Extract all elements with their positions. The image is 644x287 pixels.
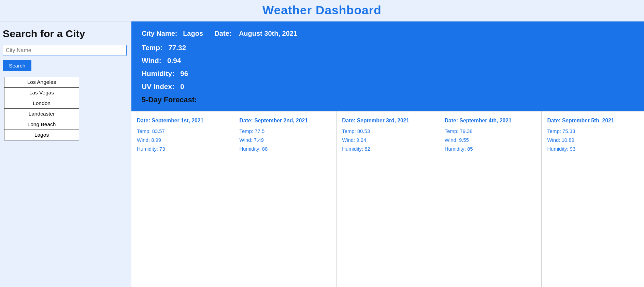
date-label: Date: xyxy=(214,30,231,37)
forecast-wind: Wind: 7.49 xyxy=(240,137,331,143)
forecast-date: Date: September 1st, 2021 xyxy=(137,118,228,124)
list-item[interactable]: London xyxy=(4,98,79,109)
uv-stat: UV Index: 0 xyxy=(142,82,634,91)
date-value: August 30th, 2021 xyxy=(239,30,297,37)
list-item[interactable]: Las Vegas xyxy=(4,88,79,98)
forecast-temp: Temp: 77.5 xyxy=(240,129,331,134)
forecast-date: Date: September 3rd, 2021 xyxy=(342,118,433,124)
current-weather-panel: City Name: Lagos Date: August 30th, 2021… xyxy=(131,21,644,111)
list-item[interactable]: Long Beach xyxy=(4,119,79,130)
city-label: City Name: xyxy=(142,30,177,37)
content-panel: City Name: Lagos Date: August 30th, 2021… xyxy=(131,21,644,287)
forecast-humidity: Humidity: 88 xyxy=(240,146,331,152)
forecast-date: Date: September 5th, 2021 xyxy=(547,118,639,124)
forecast-wind: Wind: 9.55 xyxy=(445,137,536,143)
forecast-wind: Wind: 8.99 xyxy=(137,137,228,143)
forecast-wind: Wind: 10.89 xyxy=(547,137,639,143)
search-button[interactable]: Search xyxy=(3,60,31,71)
search-input[interactable] xyxy=(3,45,127,56)
forecast-card: Date: September 4th, 2021Temp: 79.38Wind… xyxy=(439,111,542,287)
list-item[interactable]: Los Angeles xyxy=(4,77,79,88)
city-date-row: City Name: Lagos Date: August 30th, 2021 xyxy=(142,30,634,37)
forecast-temp: Temp: 79.38 xyxy=(445,129,536,134)
forecast-card: Date: September 3rd, 2021Temp: 80.53Wind… xyxy=(337,111,439,287)
app-title: Weather Dashboard xyxy=(0,3,644,17)
forecast-date: Date: September 4th, 2021 xyxy=(445,118,536,124)
forecast-humidity: Humidity: 82 xyxy=(342,146,433,152)
forecast-humidity: Humidity: 73 xyxy=(137,146,228,152)
forecast-temp: Temp: 75.33 xyxy=(547,129,639,134)
humidity-stat: Humidity: 96 xyxy=(142,70,634,78)
sidebar-heading: Search for a City xyxy=(3,28,127,40)
main-layout: Search for a City Search Los AngelesLas … xyxy=(0,21,644,287)
forecast-card: Date: September 5th, 2021Temp: 75.33Wind… xyxy=(542,111,644,287)
list-item[interactable]: Landcaster xyxy=(4,109,79,119)
forecast-date: Date: September 2nd, 2021 xyxy=(240,118,331,124)
forecast-heading: 5-Day Forecast: xyxy=(142,95,634,104)
city-value: Lagos xyxy=(183,30,203,37)
sidebar: Search for a City Search Los AngelesLas … xyxy=(0,21,131,287)
city-list: Los AngelesLas VegasLondonLandcasterLong… xyxy=(4,77,79,140)
forecast-humidity: Humidity: 93 xyxy=(547,146,639,152)
temp-stat: Temp: 77.32 xyxy=(142,44,634,52)
forecast-temp: Temp: 80.53 xyxy=(342,129,433,134)
forecast-card: Date: September 2nd, 2021Temp: 77.5Wind:… xyxy=(234,111,337,287)
forecast-temp: Temp: 83.57 xyxy=(137,129,228,134)
list-item[interactable]: Lagos xyxy=(4,130,79,140)
app-header: Weather Dashboard xyxy=(0,0,644,21)
forecast-card: Date: September 1st, 2021Temp: 83.57Wind… xyxy=(131,111,234,287)
wind-stat: Wind: 0.94 xyxy=(142,57,634,65)
forecast-wind: Wind: 9.24 xyxy=(342,137,433,143)
forecast-cards: Date: September 1st, 2021Temp: 83.57Wind… xyxy=(131,111,644,287)
forecast-humidity: Humidity: 85 xyxy=(445,146,536,152)
